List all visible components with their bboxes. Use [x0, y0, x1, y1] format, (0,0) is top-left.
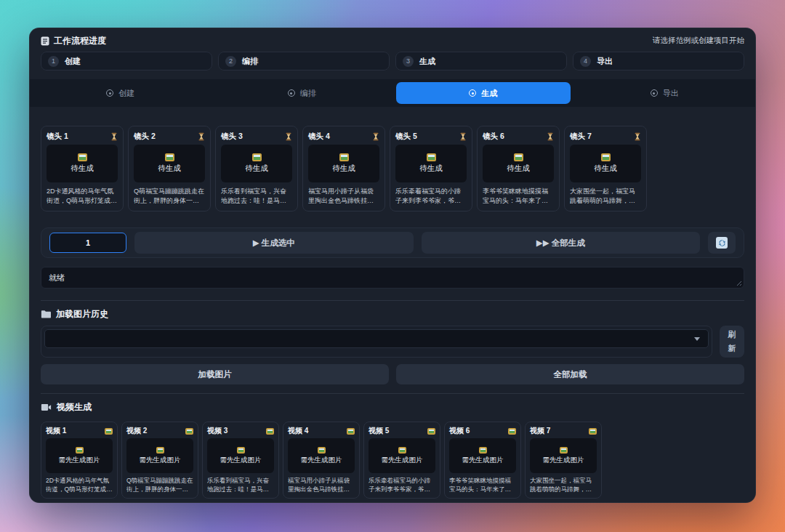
tab[interactable]: 导出	[578, 82, 752, 104]
shot-description: 2D卡通风格的马年气氛街道，Q萌马形灯笼成排挂起，红...	[47, 187, 118, 206]
step-number-badge: 2	[225, 56, 236, 67]
image-icon	[76, 447, 84, 454]
shot-number-input[interactable]	[49, 233, 126, 253]
video-card[interactable]: 视频 2 需先生成图片 Q萌福宝马蹦蹦跳跳走在街上，胖胖的身体一颠一颠，...	[121, 422, 198, 499]
tab-bar: 创建 编排 生成 导出	[30, 79, 755, 107]
shot-card[interactable]: 镜头 6 待生成 李爷爷笑眯眯地摸摸福宝马的头：马年来了福马，今年一...	[477, 126, 560, 211]
page-title: 工作流程进度	[41, 35, 106, 47]
image-icon	[252, 153, 262, 161]
video-placeholder-label: 需先生成图片	[543, 456, 584, 465]
shot-card[interactable]: 镜头 5 待生成 乐乐牵着福宝马的小蹄子来到李爷爷家，爷爷开门看到惊...	[390, 126, 472, 211]
image-icon	[427, 428, 435, 435]
load-all-button[interactable]: 全部加载	[396, 364, 744, 384]
status-text: 就绪	[49, 273, 65, 282]
video-card[interactable]: 视频 7 需先生成图片 大家围坐一起，福宝马跳着萌萌的马蹄舞，胖胖的身体扭...	[525, 422, 602, 499]
image-icon	[165, 153, 174, 161]
workflow-step[interactable]: 4 导出	[573, 52, 744, 70]
video-cards-row: 视频 1 需先生成图片 2D卡通风格的马年气氛街道，Q萌马形灯笼成排挂起... …	[41, 422, 744, 499]
video-card-title: 视频 5	[369, 426, 389, 436]
tab-label: 创建	[118, 88, 134, 99]
step-number-badge: 1	[48, 56, 59, 67]
shot-placeholder: 待生成	[483, 145, 554, 182]
video-card[interactable]: 视频 5 需先生成图片 乐乐牵着福宝马的小蹄子来到李爷爷家，爷爷开门看到惊...	[363, 422, 440, 499]
video-placeholder: 需先生成图片	[369, 438, 435, 473]
refresh-list-button[interactable]: 刷新	[720, 326, 744, 358]
load-buttons-row: 加载图片 全部加载	[41, 364, 744, 384]
shot-card[interactable]: 镜头 1 待生成 2D卡通风格的马年气氛街道，Q萌马形灯笼成排挂起，红...	[41, 126, 124, 211]
video-placeholder-label: 需先生成图片	[220, 456, 262, 465]
status-log[interactable]: 就绪	[41, 267, 744, 289]
hourglass-icon	[372, 132, 379, 141]
video-description: 乐乐看到福宝马，兴奋地跑过去：哇！是马年福星！福宝...	[207, 477, 274, 493]
shot-card-header: 镜头 1	[47, 132, 118, 141]
workflow-step[interactable]: 2 编排	[218, 52, 390, 70]
tab-label: 生成	[481, 88, 497, 99]
tab[interactable]: 创建	[33, 82, 208, 104]
image-icon	[479, 447, 487, 454]
tab[interactable]: 生成	[396, 82, 571, 104]
tab[interactable]: 编排	[215, 82, 390, 104]
shot-description: 乐乐牵着福宝马的小蹄子来到李爷爷家，爷爷开门看到惊...	[395, 187, 467, 206]
image-history-title: 加载图片历史	[56, 308, 108, 321]
shot-placeholder: 待生成	[134, 145, 205, 182]
shot-description: Q萌福宝马蹦蹦跳跳走在街上，胖胖的身体一颠一颠，...	[134, 187, 205, 206]
video-card-title: 视频 7	[530, 426, 550, 436]
shot-card[interactable]: 镜头 2 待生成 Q萌福宝马蹦蹦跳跳走在街上，胖胖的身体一颠一颠，...	[128, 126, 211, 211]
tab-label: 编排	[300, 88, 316, 99]
resize-grip[interactable]	[735, 279, 741, 286]
refresh-icon	[716, 237, 728, 249]
video-placeholder: 需先生成图片	[126, 438, 193, 473]
app-window: 工作流程进度 请选择范例或创建项目开始 1 创建 2 编排 3 生成 4 导出 …	[29, 28, 756, 503]
shot-placeholder-label: 待生成	[507, 164, 530, 174]
shot-description: 福宝马用小蹄子从福袋里掏出金色马蹄铁挂件，眼睛弯成...	[308, 187, 379, 206]
hourglass-icon	[110, 132, 118, 141]
video-card[interactable]: 视频 6 需先生成图片 李爷爷笑眯眯地摸摸福宝马的头：马年来了福马，今年一...	[444, 422, 521, 499]
shot-placeholder: 待生成	[47, 145, 118, 182]
history-dropdown-container	[41, 326, 712, 358]
video-placeholder-label: 需先生成图片	[140, 456, 181, 465]
tab-label: 导出	[663, 88, 679, 99]
history-dropdown[interactable]	[44, 329, 709, 348]
hourglass-icon	[634, 132, 641, 141]
generate-all-button[interactable]: ▶▶ 全部生成	[422, 232, 701, 254]
video-generation-header: 视频生成	[41, 401, 744, 413]
video-placeholder: 需先生成图片	[449, 438, 516, 473]
video-card[interactable]: 视频 3 需先生成图片 乐乐看到福宝马，兴奋地跑过去：哇！是马年福星！福宝...	[202, 422, 279, 499]
image-history-header: 加载图片历史	[41, 308, 744, 320]
image-icon	[508, 428, 516, 435]
shot-card[interactable]: 镜头 7 待生成 大家围坐一起，福宝马跳着萌萌的马蹄舞，胖胖的身体扭...	[564, 126, 647, 211]
page-title-text: 工作流程进度	[54, 35, 106, 47]
video-card[interactable]: 视频 1 需先生成图片 2D卡通风格的马年气氛街道，Q萌马形灯笼成排挂起...	[41, 422, 118, 499]
image-icon	[156, 447, 164, 454]
video-card[interactable]: 视频 4 需先生成图片 福宝马用小蹄子从福袋里掏出金色马蹄铁挂件，眼睛弯成...	[283, 422, 360, 499]
shot-placeholder-label: 待生成	[158, 164, 181, 174]
video-placeholder: 需先生成图片	[530, 438, 597, 473]
circle-dot-icon	[106, 89, 113, 97]
workflow-step[interactable]: 3 生成	[395, 52, 567, 70]
workflow-step[interactable]: 1 创建	[41, 52, 212, 70]
generate-selected-button[interactable]: ▶ 生成选中	[134, 232, 414, 254]
shot-card-header: 镜头 7	[570, 132, 641, 141]
video-description: 2D卡通风格的马年气氛街道，Q萌马形灯笼成排挂起...	[46, 477, 113, 493]
image-icon	[427, 153, 436, 161]
shot-card-title: 镜头 5	[395, 132, 417, 142]
shot-card[interactable]: 镜头 4 待生成 福宝马用小蹄子从福袋里掏出金色马蹄铁挂件，眼睛弯成...	[302, 126, 385, 211]
shot-card-title: 镜头 2	[134, 132, 156, 142]
load-image-button[interactable]: 加载图片	[41, 364, 389, 384]
video-card-header: 视频 7	[530, 427, 597, 435]
step-label: 导出	[597, 56, 613, 67]
video-card-title: 视频 1	[46, 426, 66, 436]
video-description: 大家围坐一起，福宝马跳着萌萌的马蹄舞，胖胖的身体扭...	[530, 477, 597, 493]
video-placeholder-label: 需先生成图片	[382, 456, 423, 465]
shot-placeholder: 待生成	[570, 145, 641, 182]
refresh-icon-button[interactable]	[708, 232, 736, 254]
step-label: 生成	[419, 56, 435, 67]
shot-card-header: 镜头 3	[221, 132, 292, 141]
video-card-header: 视频 6	[449, 427, 516, 435]
shot-placeholder-label: 待生成	[245, 164, 268, 174]
shot-card-title: 镜头 3	[221, 132, 243, 142]
shot-card-title: 镜头 6	[483, 132, 504, 142]
hourglass-icon	[198, 132, 205, 141]
shot-card[interactable]: 镜头 3 待生成 乐乐看到福宝马，兴奋地跑过去：哇！是马年福星！福宝...	[215, 126, 298, 211]
step-label: 创建	[65, 56, 81, 67]
